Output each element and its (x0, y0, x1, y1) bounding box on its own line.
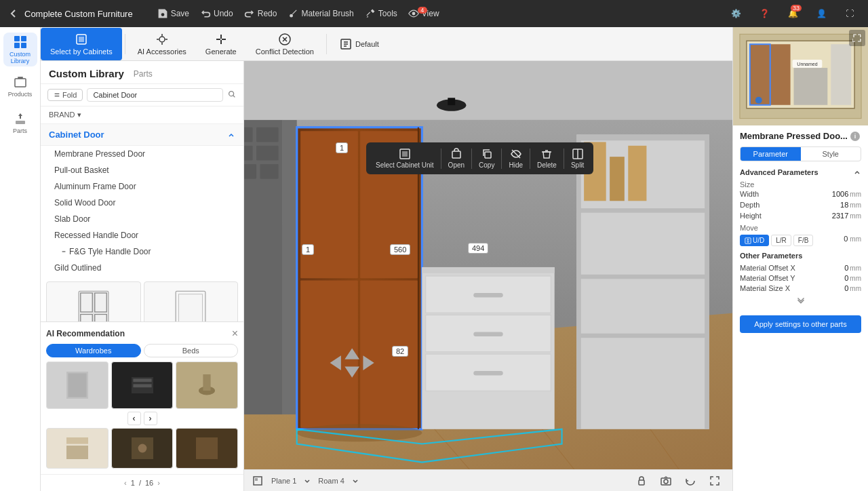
select-by-cabinets-button[interactable]: Select by Cabinets (41, 28, 122, 60)
floor-plan-icon[interactable] (252, 475, 263, 486)
move-buttons: U/D L/R F/B 0 mm (740, 235, 861, 246)
fold-button[interactable]: Fold (47, 89, 83, 101)
cat-item-pullout[interactable]: Pull-out Basket (41, 162, 243, 178)
redo-button[interactable]: Redo (244, 8, 277, 19)
cat-item-recessed[interactable]: Recessed Handle Door (41, 227, 243, 243)
back-button[interactable] (8, 8, 19, 19)
move-lr[interactable]: L/R (771, 235, 791, 246)
svg-point-4 (159, 37, 165, 42)
cat-item-membrane[interactable]: Membrane Pressed Door (41, 146, 243, 162)
svg-rect-72 (576, 135, 709, 141)
search-input[interactable] (87, 88, 223, 102)
material-brush-button[interactable]: Material Brush (288, 8, 353, 19)
ai-item-6[interactable] (176, 428, 238, 469)
search-icon[interactable] (227, 90, 237, 101)
svg-rect-77 (705, 135, 709, 429)
advanced-params-header[interactable]: Advanced Parameters (740, 168, 861, 176)
svg-rect-69 (260, 164, 278, 179)
sidebar-item-custom-library[interactable]: Custom Library (3, 33, 37, 66)
svg-rect-121 (831, 44, 851, 105)
cat-item-aluminum[interactable]: Aluminum Frame Door (41, 178, 243, 195)
ai-nav-next[interactable]: › (144, 412, 157, 425)
view-button[interactable]: View 4 (408, 8, 439, 19)
bottom-right (632, 471, 724, 490)
move-fb[interactable]: F/B (793, 235, 814, 246)
move-ud[interactable]: U/D (740, 235, 769, 246)
panel-toolbar: Fold (41, 84, 243, 106)
property-tabs: Parameter Style (740, 146, 861, 161)
top-bar: Complete Custom Furniture Save Undo Redo… (0, 0, 868, 27)
svg-point-115 (664, 479, 668, 484)
save-button[interactable]: Save (157, 8, 189, 19)
ctx-split[interactable]: Split (566, 145, 589, 172)
lock-icon[interactable] (632, 471, 651, 490)
expand-params[interactable] (740, 295, 861, 307)
category-header-cabinet-door[interactable]: Cabinet Door (41, 124, 243, 146)
cat-item-solidwood[interactable]: Solid Wood Door (41, 195, 243, 211)
properties-panel: Membrane Pressed Doo... i Parameter Styl… (733, 125, 868, 338)
ctx-delete[interactable]: Delete (532, 145, 562, 172)
tools-button[interactable]: Tools (365, 8, 397, 19)
ai-item-4[interactable] (46, 428, 108, 469)
3d-viewport[interactable]: Select Cabinet Unit Open Copy Hide (244, 61, 732, 491)
ai-item-5[interactable] (111, 428, 174, 469)
rotate-icon[interactable] (681, 471, 700, 490)
sidebar-item-products[interactable]: Products (3, 69, 37, 103)
brand-filter[interactable]: BRAND ▾ (41, 106, 243, 124)
svg-rect-89 (422, 267, 554, 273)
dim-560: 560 (390, 244, 410, 255)
cat-item-fgtype[interactable]: F&G Tyle Handle Door (41, 243, 243, 260)
ai-item-1[interactable] (46, 361, 108, 409)
dim-1: 1 (336, 142, 348, 153)
fullscreen-icon[interactable] (705, 471, 724, 490)
sidebar-label-products: Products (8, 91, 33, 98)
ai-tab-wardrobes[interactable]: Wardrobes (46, 344, 141, 357)
roam-label: Roam 4 (318, 477, 344, 485)
ctx-hide[interactable]: Hide (503, 145, 528, 172)
bottom-left: Plane 1 Roam 4 (252, 475, 358, 486)
mat-offset-x: 0 (844, 264, 848, 272)
ai-item-2[interactable] (111, 361, 174, 409)
sidebar-item-parts[interactable]: Parts (3, 106, 37, 140)
ctx-open[interactable]: Open (443, 145, 470, 172)
page-next[interactable]: › (157, 479, 160, 487)
undo-button[interactable]: Undo (200, 8, 233, 19)
ai-item-3[interactable] (176, 361, 238, 409)
ctx-select-cabinet[interactable]: Select Cabinet Unit (370, 145, 439, 172)
page-prev[interactable]: ‹ (124, 479, 127, 487)
ai-nav-prev[interactable]: ‹ (127, 412, 141, 425)
user-icon[interactable]: 👤 (811, 3, 831, 24)
size-label: Size (740, 180, 861, 189)
ai-accessories-button[interactable]: AI Accessories (128, 28, 196, 60)
minimap: Unnamed (733, 27, 868, 125)
apply-settings-button[interactable]: Apply settings to other parts (740, 315, 861, 333)
default-button[interactable]: Default (330, 28, 389, 60)
tab-parameter[interactable]: Parameter (741, 147, 801, 161)
other-params-header[interactable]: Other Parameters (740, 252, 861, 260)
ai-tab-beds[interactable]: Beds (144, 344, 239, 357)
ai-panel-close[interactable]: × (232, 328, 238, 340)
settings-icon[interactable]: ⚙️ (726, 3, 746, 24)
sidebar-label-parts: Parts (13, 127, 27, 134)
svg-rect-79 (610, 157, 625, 201)
right-properties-panel: Unnamed Membrane Pressed Doo... i Parame… (732, 27, 868, 491)
thumb-item-1[interactable] (46, 281, 141, 321)
thumb-item-2[interactable] (144, 281, 239, 321)
help-icon[interactable]: ❓ (754, 3, 774, 24)
ctx-copy[interactable]: Copy (473, 145, 500, 172)
camera-icon[interactable] (656, 471, 675, 490)
info-icon[interactable]: i (850, 132, 860, 141)
svg-rect-63 (282, 120, 297, 414)
svg-rect-56 (196, 437, 218, 459)
svg-text:Unnamed: Unnamed (797, 62, 817, 66)
page-current: 1 (131, 479, 135, 487)
expand-icon[interactable]: ⛶ (840, 3, 860, 24)
width-row: Width 1006 mm (740, 190, 861, 198)
cat-item-slab[interactable]: Slab Door (41, 211, 243, 227)
minimap-expand[interactable] (849, 30, 865, 46)
cat-item-gild[interactable]: Gild Outlined (41, 260, 243, 276)
conflict-detection-button[interactable]: Conflict Detection (246, 28, 323, 60)
notification-icon[interactable]: 🔔33 (783, 3, 803, 24)
tab-style[interactable]: Style (801, 147, 861, 161)
generate-button[interactable]: Generate (196, 28, 246, 60)
